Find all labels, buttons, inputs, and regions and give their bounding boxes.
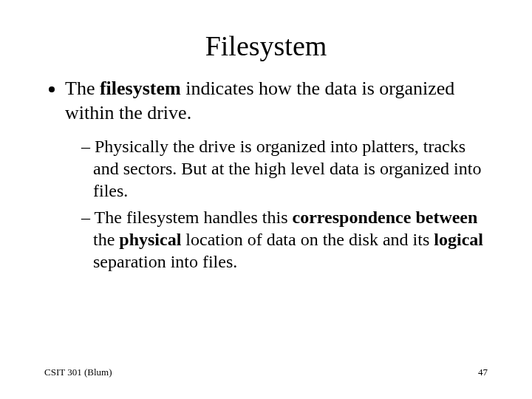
bullet-item-1: The filesystem indicates how the data is… <box>65 77 488 273</box>
text-fragment: The <box>65 78 100 99</box>
text-fragment: location of data on the disk and its <box>181 230 434 249</box>
text-bold: correspondence between <box>293 208 478 227</box>
text-bold: physical <box>119 230 181 249</box>
slide-number: 47 <box>478 366 488 378</box>
text-bold: filesystem <box>100 78 181 99</box>
text-fragment: the <box>93 230 119 249</box>
slide-title: Filesystem <box>0 0 532 77</box>
bullet-list-level2: Physically the drive is organized into p… <box>65 135 488 273</box>
sub-bullet-2: The filesystem handles this corresponden… <box>81 206 488 273</box>
slide: Filesystem The filesystem indicates how … <box>0 0 532 399</box>
text-fragment: The filesystem handles this <box>95 208 293 227</box>
sub-bullet-1: Physically the drive is organized into p… <box>81 135 488 202</box>
text-bold: logical <box>434 230 483 249</box>
text-fragment: separation into files. <box>93 252 237 271</box>
footer-course: CSIT 301 (Blum) <box>44 366 112 378</box>
bullet-list-level1: The filesystem indicates how the data is… <box>44 77 488 273</box>
slide-body: The filesystem indicates how the data is… <box>0 77 532 273</box>
